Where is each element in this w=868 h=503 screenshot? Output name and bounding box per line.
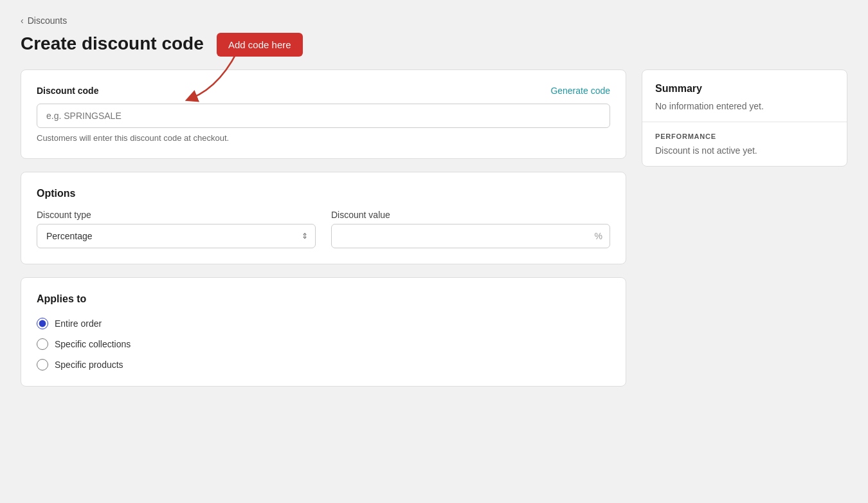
performance-info: Discount is not active yet.: [655, 145, 834, 156]
discount-type-select[interactable]: Percentage Fixed amount Free shipping: [37, 224, 316, 248]
percent-suffix: %: [595, 231, 602, 241]
discount-value-group: Discount value %: [331, 210, 610, 248]
performance-section: PERFORMANCE Discount is not active yet.: [642, 122, 847, 166]
radio-specific-products-input[interactable]: [37, 359, 48, 370]
applies-to-radio-group: Entire order Specific collections Specif…: [37, 318, 610, 370]
discount-type-label: Discount type: [37, 210, 316, 220]
discount-value-label: Discount value: [331, 210, 610, 220]
page-title: Create discount code: [21, 33, 847, 54]
summary-top: Summary No information entered yet.: [642, 70, 847, 122]
summary-card: Summary No information entered yet. PERF…: [642, 69, 847, 167]
applies-to-card: Applies to Entire order Specific collect…: [21, 277, 626, 387]
generate-code-link[interactable]: Generate code: [550, 86, 610, 96]
discount-code-hint: Customers will enter this discount code …: [37, 133, 610, 143]
discount-code-header: Discount code Generate code: [37, 86, 610, 96]
breadcrumb-link[interactable]: Discounts: [28, 15, 67, 26]
radio-specific-collections[interactable]: Specific collections: [37, 338, 610, 350]
options-card: Options Discount type Percentage Fixed a…: [21, 172, 626, 264]
discount-value-wrapper: %: [331, 224, 610, 248]
right-column: Summary No information entered yet. PERF…: [642, 69, 847, 167]
options-title: Options: [37, 188, 610, 199]
breadcrumb: ‹ Discounts: [21, 15, 847, 26]
radio-specific-products-label: Specific products: [55, 360, 123, 370]
discount-type-group: Discount type Percentage Fixed amount Fr…: [37, 210, 316, 248]
radio-specific-collections-input[interactable]: [37, 338, 48, 350]
radio-entire-order[interactable]: Entire order: [37, 318, 610, 329]
radio-specific-products[interactable]: Specific products: [37, 359, 610, 370]
radio-specific-collections-label: Specific collections: [55, 339, 131, 349]
discount-value-input[interactable]: [331, 224, 610, 248]
left-column: Discount code Generate code Add code her…: [21, 69, 626, 387]
callout-bubble: Add code here: [217, 33, 303, 57]
callout-container: Add code here: [37, 104, 610, 133]
radio-entire-order-input[interactable]: [37, 318, 48, 329]
radio-entire-order-label: Entire order: [55, 318, 102, 329]
performance-label: PERFORMANCE: [655, 133, 834, 140]
discount-code-input[interactable]: [37, 104, 610, 128]
summary-title: Summary: [655, 83, 834, 95]
back-icon: ‹: [21, 15, 24, 26]
discount-code-label: Discount code: [37, 86, 98, 96]
discount-code-card: Discount code Generate code Add code her…: [21, 69, 626, 159]
applies-to-title: Applies to: [37, 293, 610, 305]
options-grid: Discount type Percentage Fixed amount Fr…: [37, 210, 610, 248]
summary-no-info: No information entered yet.: [655, 101, 834, 111]
discount-type-select-wrapper: Percentage Fixed amount Free shipping ⇕: [37, 224, 316, 248]
